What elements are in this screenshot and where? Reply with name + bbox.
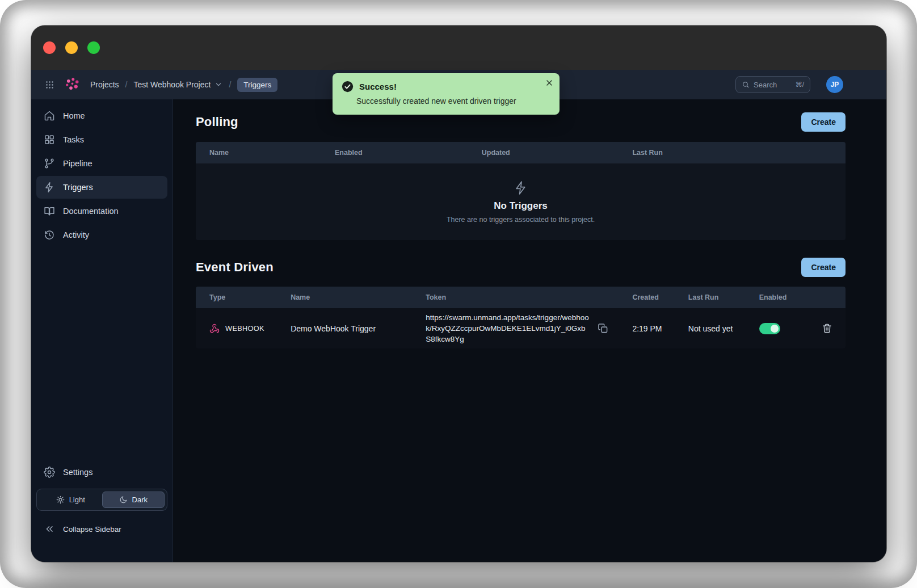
sidebar-item-activity[interactable]: Activity xyxy=(36,224,167,246)
sidebar-item-pipeline[interactable]: Pipeline xyxy=(36,152,167,175)
sidebar-item-settings[interactable]: Settings xyxy=(36,461,167,484)
sidebar-item-label: Activity xyxy=(63,230,89,240)
theme-light-label: Light xyxy=(69,495,85,504)
polling-empty-state: No Triggers There are no triggers associ… xyxy=(196,163,846,240)
trigger-type: WEBHOOK xyxy=(225,324,264,333)
sidebar: Home Tasks Pipeline Triggers Documentati… xyxy=(31,99,173,562)
tasks-grid-icon xyxy=(44,134,55,145)
sidebar-item-label: Tasks xyxy=(63,135,84,144)
breadcrumb-separator: / xyxy=(229,80,231,89)
theme-toggle: Light Dark xyxy=(36,489,167,511)
trigger-token-cell: https://swarm.unmand.app/tasks/trigger/w… xyxy=(412,312,619,345)
theme-dark-label: Dark xyxy=(132,495,148,504)
breadcrumb-projects-link[interactable]: Projects xyxy=(90,80,119,89)
app-grid-button[interactable] xyxy=(45,80,54,90)
polling-table-header: Name Enabled Updated Last Run xyxy=(196,142,846,163)
theme-light-button[interactable]: Light xyxy=(39,492,102,508)
pipeline-branch-icon xyxy=(44,158,55,169)
sun-icon xyxy=(56,495,65,504)
chevrons-left-icon xyxy=(44,523,55,535)
enabled-toggle[interactable] xyxy=(759,323,780,334)
lightning-icon xyxy=(514,180,528,195)
gear-icon xyxy=(44,467,55,478)
sidebar-bottom: Settings xyxy=(31,461,173,484)
grid-dots-icon xyxy=(45,80,54,90)
polling-create-button[interactable]: Create xyxy=(801,112,846,132)
column-header-actions xyxy=(808,287,846,308)
column-header-updated: Updated xyxy=(468,142,619,163)
moon-icon xyxy=(119,495,128,504)
column-header-created: Created xyxy=(619,287,674,308)
breadcrumb-project-name: Test Webhook Project xyxy=(133,80,211,89)
theme-dark-button[interactable]: Dark xyxy=(102,492,165,508)
table-row: WEBHOOK Demo WebHook Trigger https://swa… xyxy=(196,308,846,348)
breadcrumb: Projects / Test Webhook Project / Trigge… xyxy=(90,78,277,92)
empty-state-title: No Triggers xyxy=(494,200,547,212)
column-header-enabled: Enabled xyxy=(321,142,468,163)
sidebar-item-label: Home xyxy=(63,111,85,120)
sidebar-item-triggers[interactable]: Triggers xyxy=(36,176,167,199)
trigger-enabled-cell xyxy=(746,323,808,334)
app-window: Projects / Test Webhook Project / Trigge… xyxy=(31,26,886,562)
body-row: Home Tasks Pipeline Triggers Documentati… xyxy=(31,99,886,562)
event-driven-create-button[interactable]: Create xyxy=(801,258,846,277)
book-icon xyxy=(44,205,55,217)
event-driven-table-header: Type Name Token Created Last Run Enabled xyxy=(196,287,846,308)
nav-right: ⌘/ JP xyxy=(735,76,843,93)
window-titlebar xyxy=(31,26,886,70)
home-icon xyxy=(44,110,55,121)
sidebar-nav: Home Tasks Pipeline Triggers Documentati… xyxy=(31,104,173,246)
column-header-name: Name xyxy=(277,287,412,308)
trigger-token: https://swarm.unmand.app/tasks/trigger/w… xyxy=(426,312,590,345)
search-input[interactable] xyxy=(754,81,785,89)
user-avatar[interactable]: JP xyxy=(826,76,843,93)
polling-section: Polling Create Name Enabled Updated Last… xyxy=(196,112,846,240)
sidebar-item-tasks[interactable]: Tasks xyxy=(36,128,167,151)
webhook-icon xyxy=(209,324,220,334)
event-driven-title: Event Driven xyxy=(196,260,274,275)
breadcrumb-separator: / xyxy=(125,80,128,89)
column-header-last-run: Last Run xyxy=(675,287,746,308)
search-icon xyxy=(742,81,750,89)
event-driven-table: Type Name Token Created Last Run Enabled… xyxy=(196,287,846,348)
lightning-icon xyxy=(44,182,55,193)
sidebar-item-documentation[interactable]: Documentation xyxy=(36,200,167,222)
zoom-window-button[interactable] xyxy=(87,41,100,54)
event-driven-section: Event Driven Create Type Name Token Crea… xyxy=(196,257,846,348)
sidebar-item-label: Pipeline xyxy=(63,159,92,168)
trigger-type-cell: WEBHOOK xyxy=(196,324,277,334)
check-circle-icon xyxy=(342,81,354,93)
trash-icon xyxy=(822,323,832,334)
polling-table: Name Enabled Updated Last Run No Trigger… xyxy=(196,142,846,240)
collapse-sidebar-button[interactable]: Collapse Sidebar xyxy=(36,518,167,540)
trigger-last-run: Not used yet xyxy=(675,324,746,333)
minimize-window-button[interactable] xyxy=(65,41,78,54)
search-box[interactable]: ⌘/ xyxy=(735,76,810,93)
app-logo-icon xyxy=(64,76,81,93)
sidebar-item-home[interactable]: Home xyxy=(36,104,167,127)
toast-message: Successfully created new event driven tr… xyxy=(356,96,550,106)
sidebar-item-label: Documentation xyxy=(63,207,119,216)
sidebar-item-label: Settings xyxy=(63,468,92,477)
copy-icon xyxy=(598,323,608,334)
traffic-lights xyxy=(43,41,100,54)
breadcrumb-project-dropdown[interactable]: Test Webhook Project xyxy=(133,80,222,89)
close-window-button[interactable] xyxy=(43,41,56,54)
column-header-name: Name xyxy=(196,142,321,163)
search-shortcut: ⌘/ xyxy=(796,81,804,89)
main-content: Polling Create Name Enabled Updated Last… xyxy=(173,99,886,562)
collapse-sidebar-label: Collapse Sidebar xyxy=(63,525,121,534)
toast-close-button[interactable] xyxy=(545,78,554,87)
sidebar-collapse: Collapse Sidebar xyxy=(31,518,173,540)
history-clock-icon xyxy=(44,229,55,241)
column-header-type: Type xyxy=(196,287,277,308)
delete-trigger-button[interactable] xyxy=(822,323,832,334)
toast-title: Success! xyxy=(359,82,397,91)
success-toast: Success! Successfully created new event … xyxy=(333,73,560,115)
column-header-token: Token xyxy=(412,287,619,308)
chevron-down-icon xyxy=(214,81,222,89)
copy-token-button[interactable] xyxy=(598,323,608,334)
empty-state-subtitle: There are no triggers associated to this… xyxy=(447,216,595,224)
sidebar-item-label: Triggers xyxy=(63,183,93,192)
trigger-created: 2:19 PM xyxy=(619,324,674,333)
